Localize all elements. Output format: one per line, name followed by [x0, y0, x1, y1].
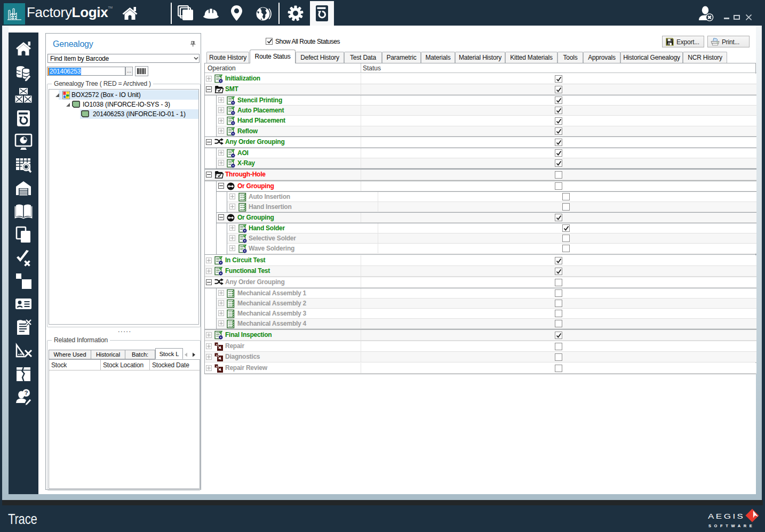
svg-text:?: ?	[25, 390, 28, 396]
